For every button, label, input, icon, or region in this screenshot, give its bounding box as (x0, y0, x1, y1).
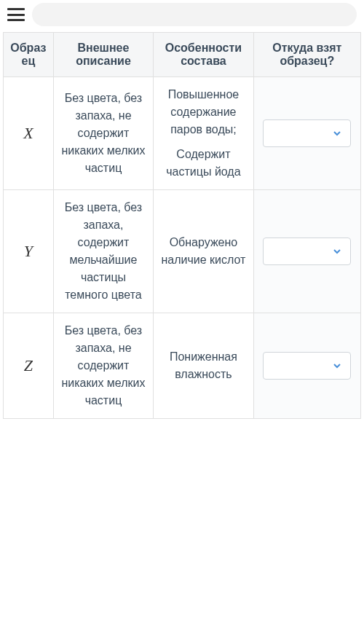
samples-table: Образец Внешнее описание Особенности сос… (3, 32, 361, 419)
sample-cell: Z (4, 313, 54, 419)
composition-cell: Пониженная влажность (154, 313, 253, 419)
header-sample: Образец (4, 33, 54, 77)
table-header-row: Образец Внешнее описание Особенности сос… (4, 33, 361, 77)
description-text: Без цвета, без запаха, не содержит никак… (58, 90, 149, 177)
sample-cell: Y (4, 190, 54, 313)
header-description: Внешнее описание (53, 33, 153, 77)
where-dropdown[interactable] (263, 352, 351, 380)
top-bar (0, 0, 364, 29)
chevron-down-icon (331, 127, 343, 139)
table-row: X Без цвета, без запаха, не содержит ник… (4, 77, 361, 190)
where-dropdown[interactable] (263, 119, 351, 147)
sample-label: Z (24, 356, 33, 374)
composition-text-1: Повышенное содержание паров воды; (158, 86, 248, 138)
url-bar[interactable] (32, 3, 357, 26)
header-composition: Особенности состава (154, 33, 253, 77)
where-cell (253, 77, 360, 190)
header-where: Откуда взят образец? (253, 33, 360, 77)
description-text: Без цвета, без запаха, не содержит никак… (58, 322, 149, 409)
description-cell: Без цвета, без запаха, не содержит никак… (53, 77, 153, 190)
description-cell: Без цвета, без запаха, не содержит никак… (53, 313, 153, 419)
composition-cell: Обнаружено наличие кислот (154, 190, 253, 313)
menu-icon[interactable] (7, 8, 25, 21)
sample-label: Y (24, 242, 33, 260)
composition-cell: Повышенное содержание паров воды; Содерж… (154, 77, 253, 190)
where-cell (253, 313, 360, 419)
table-row: Y Без цвета, без запаха, содержит мельча… (4, 190, 361, 313)
description-cell: Без цвета, без запаха, содержит мельчайш… (53, 190, 153, 313)
chevron-down-icon (331, 360, 343, 372)
chevron-down-icon (331, 246, 343, 257)
where-cell (253, 190, 360, 313)
table-row: Z Без цвета, без запаха, не содержит ник… (4, 313, 361, 419)
description-text: Без цвета, без запаха, содержит мельчайш… (58, 199, 149, 304)
composition-text-1: Пониженная влажность (158, 348, 248, 383)
composition-text-2: Содержит частицы йода (158, 146, 248, 181)
where-dropdown[interactable] (263, 238, 351, 265)
samples-table-container: Образец Внешнее описание Особенности сос… (0, 29, 364, 422)
sample-label: X (23, 124, 33, 142)
composition-text-1: Обнаружено наличие кислот (158, 234, 248, 269)
sample-cell: X (4, 77, 54, 190)
